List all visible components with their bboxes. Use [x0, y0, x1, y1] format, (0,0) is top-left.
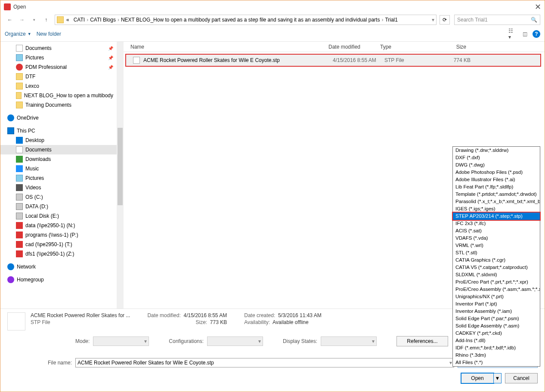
folder-icon — [16, 92, 22, 99]
cancel-button[interactable]: Cancel — [505, 373, 538, 383]
filter-option[interactable]: CADKEY (*.prt;*.ckd) — [453, 330, 540, 337]
config-combo[interactable]: ▾ — [207, 336, 263, 346]
column-date[interactable]: Date modified — [328, 44, 380, 50]
doc-icon — [16, 45, 23, 52]
refresh-button[interactable]: ⟳ — [440, 15, 450, 25]
tree-item[interactable]: Lexco — [0, 81, 117, 91]
filename-input[interactable]: ACME Rocket Powered Roller Skates for Wi… — [75, 358, 454, 367]
tree-item[interactable]: dfs1 (\\pe2950-1) (Z:) — [0, 249, 117, 259]
chevron-down-icon[interactable]: ▾ — [449, 360, 452, 366]
filter-option[interactable]: Adobe Photoshop Files (*.psd) — [453, 169, 540, 176]
tree-item[interactable]: Documents — [0, 145, 117, 154]
back-button[interactable]: ← — [5, 15, 15, 25]
tree-item[interactable]: Pictures📌 — [0, 53, 117, 62]
breadcrumb-item[interactable]: NEXT BLOG_How to open a multibody part s… — [119, 17, 381, 23]
filter-option[interactable]: STL (*.stl) — [453, 249, 540, 256]
tree-item[interactable]: PDM Professional📌 — [0, 62, 117, 72]
tree-item[interactable]: DATA (D:) — [0, 202, 117, 211]
recent-dropdown[interactable]: ▾ — [29, 15, 39, 25]
chevron-down-icon[interactable]: ▾ — [432, 17, 434, 23]
config-label: Configurations: — [169, 338, 204, 344]
help-icon[interactable]: ? — [533, 30, 540, 38]
display-states-combo[interactable]: ▾ — [321, 336, 377, 346]
organize-button[interactable]: Organize ▼ — [5, 31, 31, 37]
mode-combo[interactable]: ▾ — [93, 336, 149, 346]
window-title: Open — [13, 4, 26, 10]
tree-item[interactable]: Documents📌 — [0, 43, 117, 53]
breadcrumb-item[interactable]: CATI — [72, 17, 87, 23]
filter-option[interactable]: Unigraphics/NX (*.prt) — [453, 293, 540, 300]
app-icon — [4, 3, 11, 10]
tree-item[interactable]: NEXT BLOG_How to open a multibody — [0, 91, 117, 100]
file-icon — [133, 57, 140, 64]
filter-option[interactable]: Solid Edge Part (*.par;*.psm) — [453, 315, 540, 322]
new-folder-button[interactable]: New folder — [37, 31, 61, 37]
forward-button[interactable]: → — [17, 15, 27, 25]
filter-option[interactable]: IFC 2x3 (*.ifc) — [453, 220, 540, 227]
filter-option[interactable]: ProE/Creo Part (*.prt,*.prt.*;*.xpr) — [453, 278, 540, 286]
tree-item[interactable]: Videos — [0, 183, 117, 192]
desktop-icon — [16, 137, 23, 144]
tree-network[interactable]: Network — [0, 262, 117, 272]
tree-thispc[interactable]: This PC — [0, 126, 117, 136]
filter-option[interactable]: Parasolid (*.x_t;*.x_b;*.xmt_txt;*.xmt_b… — [453, 198, 540, 205]
filter-option[interactable]: ACIS (*.sat) — [453, 227, 540, 235]
tree-item[interactable]: Downloads — [0, 154, 117, 164]
netdrive-icon — [16, 231, 23, 238]
tree-item[interactable]: OS (C:) — [0, 192, 117, 202]
filter-option[interactable]: Template (*.prtdot;*.asmdot;*.drwdot) — [453, 191, 540, 198]
filter-option[interactable]: CATIA Graphics (*.cgr) — [453, 256, 540, 264]
filter-option[interactable]: CATIA V5 (*.catpart;*.catproduct) — [453, 264, 540, 271]
pin-icon: 📌 — [108, 46, 113, 51]
breadcrumb-item[interactable]: Trial1 — [383, 17, 399, 23]
file-row[interactable]: ACME Rocket Powered Roller Skates for Wi… — [125, 54, 541, 67]
filter-dropdown-popup[interactable]: Drawing (*.drw;*.slddrw)DXF (*.dxf)DWG (… — [452, 146, 540, 367]
breadcrumb-item[interactable]: CATI Blogs — [88, 17, 118, 23]
tree-item[interactable]: Desktop — [0, 136, 117, 145]
filter-option[interactable]: DXF (*.dxf) — [453, 154, 540, 161]
tree-item[interactable]: Local Disk (E:) — [0, 211, 117, 221]
view-options-button[interactable]: ☷ ▾ — [508, 30, 517, 38]
filter-option[interactable]: STEP AP203/214 (*.step;*.stp) — [452, 212, 541, 221]
open-dropdown[interactable]: ▼ — [494, 373, 502, 383]
column-type[interactable]: Type — [380, 44, 432, 50]
tree-onedrive[interactable]: OneDrive — [0, 113, 117, 123]
up-button[interactable]: ↑ — [41, 15, 51, 25]
filter-option[interactable]: VDAFS (*.vda) — [453, 235, 540, 242]
preview-pane-button[interactable]: ◫ — [520, 30, 529, 38]
tree-item[interactable]: Pictures — [0, 173, 117, 183]
tree-item[interactable]: data (\\pe2950-1) (N:) — [0, 221, 117, 230]
onedrive-icon — [7, 114, 14, 121]
filter-option[interactable]: Rhino (*.3dm) — [453, 352, 540, 359]
filter-option[interactable]: All Files (*.*) — [453, 359, 540, 366]
filter-option[interactable]: Drawing (*.drw;*.slddrw) — [453, 147, 540, 154]
references-button[interactable]: References... — [396, 336, 448, 346]
navigation-tree[interactable]: Documents📌Pictures📌PDM Professional📌DTFL… — [0, 42, 117, 309]
tree-item[interactable]: cad (\\pe2950-1) (T:) — [0, 240, 117, 249]
filter-option[interactable]: Adobe Illustrator Files (*.ai) — [453, 176, 540, 183]
search-input[interactable]: Search Trial1 🔍 — [454, 15, 540, 25]
filter-option[interactable]: DWG (*.dwg) — [453, 161, 540, 169]
filter-option[interactable]: Lib Feat Part (*.lfp;*.sldlfp) — [453, 183, 540, 191]
tree-item[interactable]: programs (\\wss-1) (P:) — [0, 230, 117, 240]
open-button[interactable]: Open — [461, 373, 494, 383]
filter-option[interactable]: SLDXML (*.sldxml) — [453, 271, 540, 278]
chevron-down-icon: ▼ — [28, 32, 31, 36]
column-name[interactable]: Name — [130, 44, 328, 50]
address-bar[interactable]: « CATI›CATI Blogs›NEXT BLOG_How to open … — [55, 15, 437, 25]
filter-option[interactable]: Solid Edge Assembly (*.asm) — [453, 322, 540, 330]
sidebar-scrollbar[interactable] — [117, 42, 124, 309]
column-size[interactable]: Size — [432, 44, 466, 50]
filter-option[interactable]: VRML (*.wrl) — [453, 242, 540, 249]
tree-item[interactable]: DTF — [0, 72, 117, 81]
tree-homegroup[interactable]: Homegroup — [0, 275, 117, 284]
tree-item[interactable]: Music — [0, 164, 117, 173]
filter-option[interactable]: IDF (*.emn;*.brd;*.bdf;*.idb) — [453, 344, 540, 352]
filter-option[interactable]: Inventor Part (*.ipt) — [453, 300, 540, 308]
pin-icon: 📌 — [108, 65, 113, 70]
tree-item[interactable]: Training Documents — [0, 100, 117, 110]
filter-option[interactable]: Add-Ins (*.dll) — [453, 337, 540, 344]
filter-option[interactable]: ProE/Creo Assembly (*.asm;*.asm.*;*.x — [453, 286, 540, 293]
filter-option[interactable]: Inventor Assembly (*.iam) — [453, 308, 540, 315]
close-icon[interactable]: ✕ — [535, 2, 541, 12]
